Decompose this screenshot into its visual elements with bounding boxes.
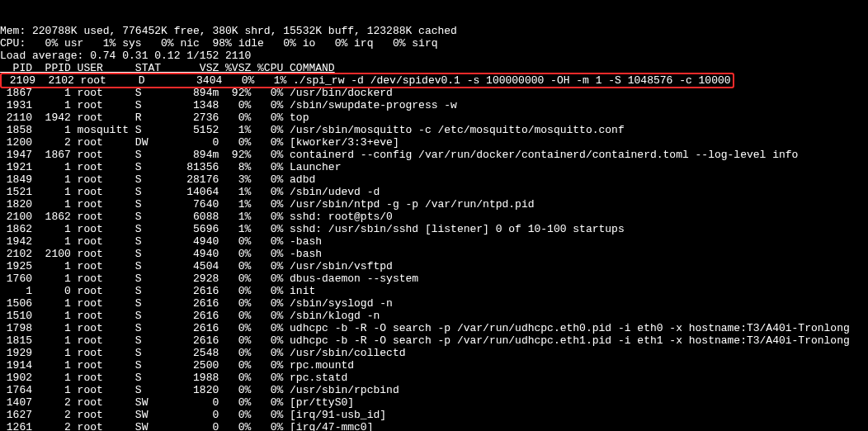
process-row: 1867 1 root S 894m 92% 0% /usr/bin/docke…: [0, 87, 868, 99]
process-row: 1929 1 root S 2548 0% 0% /usr/sbin/colle…: [0, 347, 868, 359]
process-row: 1760 1 root S 2928 0% 0% dbus-daemon --s…: [0, 272, 868, 285]
process-row: 1815 1 root S 2616 0% 0% udhcpc -b -R -O…: [0, 334, 868, 347]
process-row: 1261 2 root SW 0 0% 0% [irq/47-mmc0]: [0, 421, 868, 431]
load-line: Load average: 0.74 0.31 0.12 1/152 2110: [0, 50, 868, 62]
process-row: 2100 1862 root S 6088 1% 0% sshd: root@p…: [0, 211, 868, 223]
process-row: 1764 1 root S 1820 0% 0% /usr/sbin/rpcbi…: [0, 384, 868, 396]
process-row: 2102 2100 root S 4940 0% 0% -bash: [0, 248, 868, 260]
process-row: 1200 2 root DW 0 0% 0% [kworker/3:3+eve]: [0, 136, 868, 149]
process-row: 1942 1 root S 4940 0% 0% -bash: [0, 235, 868, 248]
cpu-line: CPU: 0% usr 1% sys 0% nic 98% idle 0% io…: [0, 37, 868, 50]
process-row: 1914 1 root S 2500 0% 0% rpc.mountd: [0, 359, 868, 372]
process-row: 1858 1 mosquitt S 5152 1% 0% /usr/sbin/m…: [0, 124, 868, 136]
process-row: 1947 1867 root S 894m 92% 0% containerd …: [0, 149, 868, 161]
process-row: 1510 1 root S 2616 0% 0% /sbin/klogd -n: [0, 310, 868, 322]
process-row: 1407 2 root SW 0 0% 0% [pr/ttyS0]: [0, 396, 868, 409]
process-row: 1627 2 root SW 0 0% 0% [irq/91-usb_id]: [0, 409, 868, 421]
mem-line: Mem: 220788K used, 776452K free, 380K sh…: [0, 25, 868, 37]
process-row: 1820 1 root S 7640 1% 0% /usr/sbin/ntpd …: [0, 198, 868, 211]
process-row: 1521 1 root S 14064 1% 0% /sbin/udevd -d: [0, 186, 868, 198]
process-row: 1798 1 root S 2616 0% 0% udhcpc -b -R -O…: [0, 322, 868, 334]
process-row: 1925 1 root S 4504 0% 0% /usr/sbin/vsftp…: [0, 260, 868, 272]
process-row: 2110 1942 root R 2736 0% 0% top: [0, 111, 868, 124]
process-row: 1849 1 root S 28176 3% 0% adbd: [0, 173, 868, 186]
process-row: 1902 1 root S 1988 0% 0% rpc.statd: [0, 372, 868, 384]
process-row: 1 0 root S 2616 0% 0% init: [0, 285, 868, 297]
process-row: 1506 1 root S 2616 0% 0% /sbin/syslogd -…: [0, 297, 868, 310]
process-row: 1931 1 root S 1348 0% 0% /sbin/swupdate-…: [0, 99, 868, 111]
process-row: 1921 1 root S 81356 8% 0% Launcher: [0, 161, 868, 173]
process-row-highlighted: 2109 2102 root D 3404 0% 1% ./spi_rw -d …: [0, 74, 868, 87]
process-row: 1862 1 root S 5696 1% 0% sshd: /usr/sbin…: [0, 223, 868, 235]
